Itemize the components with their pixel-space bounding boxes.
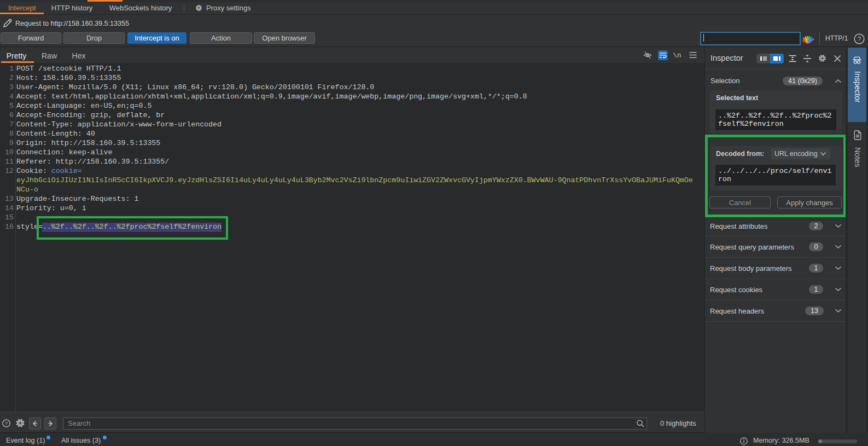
svg-text:?: ? [5,420,8,426]
svg-text:?: ? [858,36,861,42]
